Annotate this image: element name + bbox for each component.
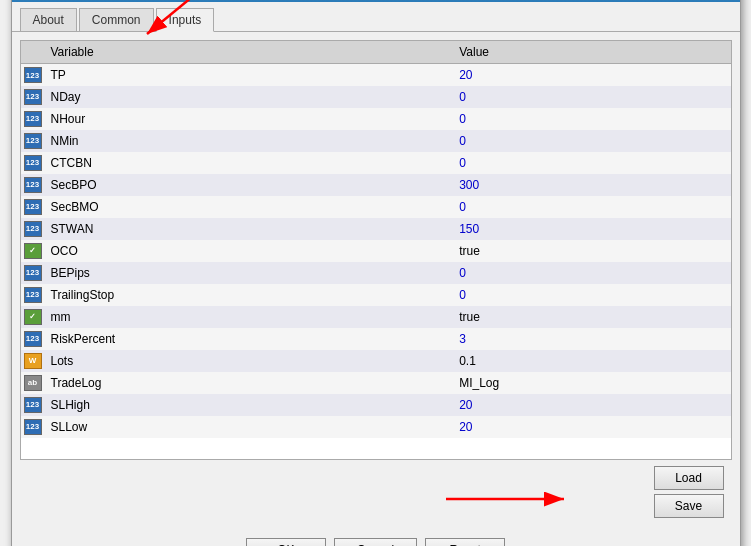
row-value: 0: [453, 196, 730, 218]
table-body: 123TP20123NDay0123NHour0123NMin0123CTCBN…: [21, 64, 731, 438]
row-icon: ✓: [21, 306, 45, 328]
row-value: 0.1: [453, 350, 730, 372]
row-variable: Lots: [45, 350, 454, 372]
row-value: true: [453, 306, 730, 328]
inputs-table: Variable Value 123TP20123NDay0123NHour01…: [21, 41, 731, 438]
row-value: true: [453, 240, 730, 262]
bool-icon: ✓: [24, 309, 42, 325]
row-icon: 123: [21, 130, 45, 152]
numeric-icon: 123: [24, 419, 42, 435]
row-icon: 123: [21, 284, 45, 306]
numeric-icon: 123: [24, 133, 42, 149]
bool-icon: ✓: [24, 243, 42, 259]
row-value: 0: [453, 108, 730, 130]
row-icon: ✓: [21, 240, 45, 262]
bottom-area: Load Save: [20, 460, 732, 524]
tab-about[interactable]: About: [20, 8, 77, 31]
table-row: 123SLLow20: [21, 416, 731, 438]
table-row: 123SLHigh20: [21, 394, 731, 416]
row-value: 0: [453, 152, 730, 174]
row-variable: RiskPercent: [45, 328, 454, 350]
row-icon: 123: [21, 64, 45, 86]
row-value: 0: [453, 130, 730, 152]
col-icon: [21, 41, 45, 64]
numeric-icon: 123: [24, 177, 42, 193]
save-button-row: Save: [654, 494, 724, 518]
arrow-annotation-save: [446, 484, 646, 514]
row-variable: CTCBN: [45, 152, 454, 174]
row-variable: TrailingStop: [45, 284, 454, 306]
row-variable: TradeLog: [45, 372, 454, 394]
row-icon: 123: [21, 416, 45, 438]
row-icon: 123: [21, 196, 45, 218]
row-icon: ab: [21, 372, 45, 394]
table-row: 123BEPips0: [21, 262, 731, 284]
row-variable: SLHigh: [45, 394, 454, 416]
row-variable: BEPips: [45, 262, 454, 284]
row-variable: NDay: [45, 86, 454, 108]
row-variable: STWAN: [45, 218, 454, 240]
svg-line-1: [147, 0, 192, 34]
row-icon: 123: [21, 152, 45, 174]
arrow-annotation-tabs: [92, 0, 212, 47]
ok-button[interactable]: OK: [246, 538, 326, 546]
row-value: 20: [453, 64, 730, 86]
row-value: 300: [453, 174, 730, 196]
row-variable: SecBPO: [45, 174, 454, 196]
table-row: ✓OCOtrue: [21, 240, 731, 262]
numeric-icon: 123: [24, 265, 42, 281]
row-icon: 123: [21, 174, 45, 196]
row-variable: NHour: [45, 108, 454, 130]
row-icon: 123: [21, 262, 45, 284]
table-row: ✓mmtrue: [21, 306, 731, 328]
row-variable: TP: [45, 64, 454, 86]
row-value: 0: [453, 284, 730, 306]
reset-button[interactable]: Reset: [425, 538, 505, 546]
row-variable: mm: [45, 306, 454, 328]
table-row: 123STWAN150: [21, 218, 731, 240]
numeric-icon: 123: [24, 111, 42, 127]
numeric-icon: 123: [24, 287, 42, 303]
save-button[interactable]: Save: [654, 494, 724, 518]
row-value: MI_Log: [453, 372, 730, 394]
row-variable: SLLow: [45, 416, 454, 438]
row-value: 150: [453, 218, 730, 240]
numeric-icon: 123: [24, 397, 42, 413]
row-variable: OCO: [45, 240, 454, 262]
table-row: 123NHour0: [21, 108, 731, 130]
table-row: 123NMin0: [21, 130, 731, 152]
table-row: WLots0.1: [21, 350, 731, 372]
row-icon: 123: [21, 108, 45, 130]
load-button[interactable]: Load: [654, 466, 724, 490]
numeric-icon: 123: [24, 155, 42, 171]
row-variable: NMin: [45, 130, 454, 152]
table-row: 123CTCBN0: [21, 152, 731, 174]
row-value: 0: [453, 86, 730, 108]
table-row: abTradeLogMI_Log: [21, 372, 731, 394]
row-icon: 123: [21, 86, 45, 108]
double-icon: W: [24, 353, 42, 369]
main-window: Expert - amazingea_stoploss.1.7 ? ✕ Abou…: [11, 0, 741, 546]
row-value: 20: [453, 416, 730, 438]
table-row: 123TP20: [21, 64, 731, 86]
inputs-table-container[interactable]: Variable Value 123TP20123NDay0123NHour01…: [20, 40, 732, 460]
row-variable: SecBMO: [45, 196, 454, 218]
load-save-buttons: Load: [654, 466, 724, 490]
row-value: 3: [453, 328, 730, 350]
row-icon: W: [21, 350, 45, 372]
content-area: Variable Value 123TP20123NDay0123NHour01…: [12, 32, 740, 532]
row-icon: 123: [21, 394, 45, 416]
table-row: 123SecBMO0: [21, 196, 731, 218]
row-value: 20: [453, 394, 730, 416]
table-row: 123NDay0: [21, 86, 731, 108]
numeric-icon: 123: [24, 67, 42, 83]
footer-buttons: OK Cancel Reset: [12, 532, 740, 546]
numeric-icon: 123: [24, 199, 42, 215]
col-value-header: Value: [453, 41, 730, 64]
table-row: 123RiskPercent3: [21, 328, 731, 350]
row-icon: 123: [21, 328, 45, 350]
table-row: 123SecBPO300: [21, 174, 731, 196]
table-row: 123TrailingStop0: [21, 284, 731, 306]
cancel-button[interactable]: Cancel: [334, 538, 417, 546]
string-icon: ab: [24, 375, 42, 391]
